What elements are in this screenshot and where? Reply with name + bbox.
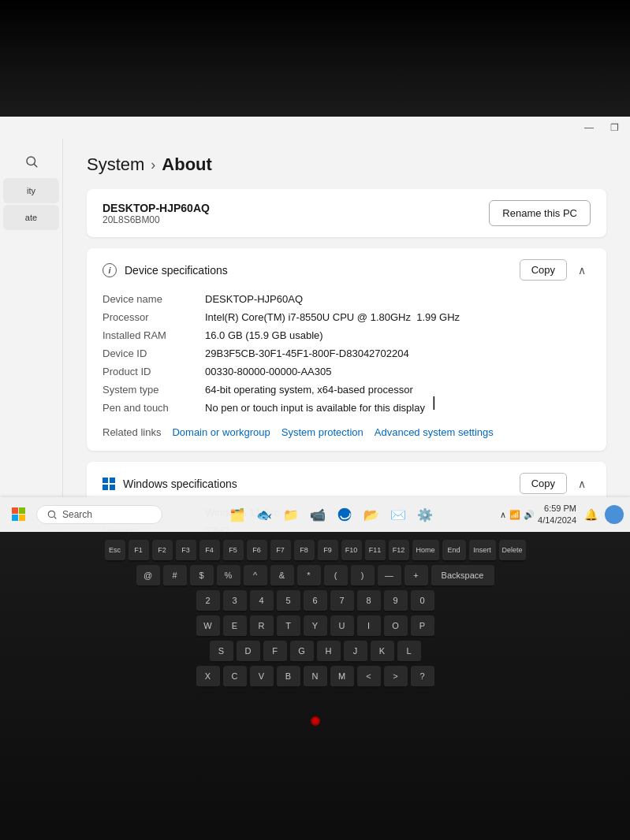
key-f3[interactable]: F3: [176, 540, 196, 562]
key-hash[interactable]: #: [163, 565, 187, 587]
key-f4[interactable]: F4: [199, 540, 220, 562]
tray-icon-chevron[interactable]: ∧: [500, 510, 506, 520]
taskbar-icon-1[interactable]: 🗂️: [226, 504, 248, 526]
key-f9[interactable]: F9: [318, 540, 338, 562]
windows-specs-collapse-button[interactable]: ∧: [573, 476, 591, 492]
key-w[interactable]: W: [196, 615, 220, 637]
taskbar-icon-5[interactable]: [334, 504, 356, 526]
device-specs-header: i Device specifications Copy ∧: [103, 259, 591, 281]
key-esc[interactable]: Esc: [105, 540, 125, 562]
key-f12[interactable]: F12: [389, 540, 409, 562]
key-7[interactable]: 7: [330, 590, 354, 612]
key-f2[interactable]: F2: [152, 540, 173, 562]
key-o[interactable]: O: [384, 615, 408, 637]
key-end[interactable]: End: [442, 540, 466, 562]
key-star[interactable]: *: [297, 565, 321, 587]
key-home[interactable]: Home: [412, 540, 439, 562]
key-g[interactable]: G: [290, 641, 314, 663]
key-x[interactable]: X: [196, 666, 220, 688]
svg-point-0: [27, 157, 35, 165]
key-u[interactable]: U: [330, 615, 354, 637]
key-2[interactable]: 2: [196, 590, 220, 612]
main-panel: System › About DESKTOP-HJP60AQ 20L8S6BM0…: [63, 139, 630, 532]
key-backspace[interactable]: Backspace: [431, 565, 494, 587]
related-link-protection[interactable]: System protection: [281, 426, 363, 438]
key-question[interactable]: ?: [411, 666, 434, 688]
rename-pc-button[interactable]: Rename this PC: [489, 200, 591, 226]
key-dollar[interactable]: $: [190, 565, 214, 587]
windows-specs-copy-button[interactable]: Copy: [520, 473, 567, 494]
minimize-button[interactable]: —: [580, 120, 598, 136]
taskbar-icon-3[interactable]: 📁: [280, 504, 302, 526]
key-lt[interactable]: <: [357, 666, 381, 688]
related-link-domain[interactable]: Domain or workgroup: [172, 426, 270, 438]
key-percent[interactable]: %: [217, 565, 240, 587]
key-p[interactable]: P: [411, 615, 434, 637]
maximize-button[interactable]: ❐: [605, 120, 624, 136]
key-lparen[interactable]: (: [324, 565, 348, 587]
related-link-advanced[interactable]: Advanced system settings: [375, 426, 494, 438]
taskbar-icon-2[interactable]: 🐟: [253, 504, 275, 526]
key-amp[interactable]: &: [270, 565, 294, 587]
key-e[interactable]: E: [223, 615, 247, 637]
key-k[interactable]: K: [371, 641, 394, 663]
key-s[interactable]: S: [210, 641, 233, 663]
system-clock[interactable]: 6:59 PM 4/14/2024: [538, 503, 576, 527]
taskbar-icon-8[interactable]: ⚙️: [414, 504, 436, 526]
key-4[interactable]: 4: [250, 590, 274, 612]
key-3[interactable]: 3: [223, 590, 247, 612]
key-h[interactable]: H: [317, 641, 341, 663]
key-i[interactable]: I: [357, 615, 381, 637]
tray-icon-volume[interactable]: 🔊: [524, 510, 535, 520]
key-ins[interactable]: Insert: [469, 540, 496, 562]
sidebar-search-button[interactable]: [3, 148, 59, 175]
key-v[interactable]: V: [250, 666, 274, 688]
key-5[interactable]: 5: [277, 590, 300, 612]
key-at[interactable]: @: [136, 565, 160, 587]
device-specs-copy-button[interactable]: Copy: [520, 259, 567, 281]
key-j[interactable]: J: [344, 641, 367, 663]
sidebar-item-1[interactable]: ity: [3, 178, 59, 203]
notification-icon[interactable]: 🔔: [580, 504, 602, 526]
taskbar-icon-4[interactable]: 📹: [307, 504, 329, 526]
key-caret[interactable]: ^: [244, 565, 267, 587]
key-f5[interactable]: F5: [223, 540, 244, 562]
sidebar-item-2[interactable]: ate: [3, 205, 59, 230]
key-del[interactable]: Delete: [499, 540, 526, 562]
key-b[interactable]: B: [277, 666, 300, 688]
key-c[interactable]: C: [223, 666, 247, 688]
key-8[interactable]: 8: [357, 590, 381, 612]
avatar-icon[interactable]: [605, 505, 624, 524]
taskbar-icon-6[interactable]: 📂: [360, 504, 382, 526]
key-rparen[interactable]: ): [351, 565, 375, 587]
key-plus[interactable]: +: [404, 565, 428, 587]
key-f1[interactable]: F1: [129, 540, 149, 562]
taskbar-icon-7[interactable]: ✉️: [387, 504, 409, 526]
key-f6[interactable]: F6: [247, 540, 267, 562]
key-f[interactable]: F: [263, 641, 287, 663]
start-button[interactable]: [6, 502, 32, 527]
key-m[interactable]: M: [330, 666, 354, 688]
device-header-card: DESKTOP-HJP60AQ 20L8S6BM00 Rename this P…: [87, 189, 606, 237]
key-t[interactable]: T: [277, 615, 300, 637]
tray-icon-wifi[interactable]: 📶: [509, 510, 520, 520]
key-r[interactable]: R: [250, 615, 274, 637]
key-gt[interactable]: >: [384, 666, 408, 688]
key-f8[interactable]: F8: [294, 540, 315, 562]
device-specs-collapse-button[interactable]: ∧: [573, 262, 591, 278]
key-minus[interactable]: —: [378, 565, 401, 587]
key-9[interactable]: 9: [384, 590, 408, 612]
key-n[interactable]: N: [304, 666, 327, 688]
trackpoint[interactable]: [311, 716, 320, 726]
key-y[interactable]: Y: [304, 615, 327, 637]
key-f10[interactable]: F10: [341, 540, 362, 562]
search-bar[interactable]: Search: [36, 505, 162, 524]
key-0[interactable]: 0: [411, 590, 434, 612]
key-6[interactable]: 6: [304, 590, 327, 612]
key-f11[interactable]: F11: [365, 540, 386, 562]
key-f7[interactable]: F7: [270, 540, 291, 562]
svg-point-6: [48, 511, 54, 517]
breadcrumb-parent[interactable]: System: [87, 154, 144, 175]
key-l[interactable]: L: [397, 641, 421, 663]
key-d[interactable]: D: [237, 641, 260, 663]
